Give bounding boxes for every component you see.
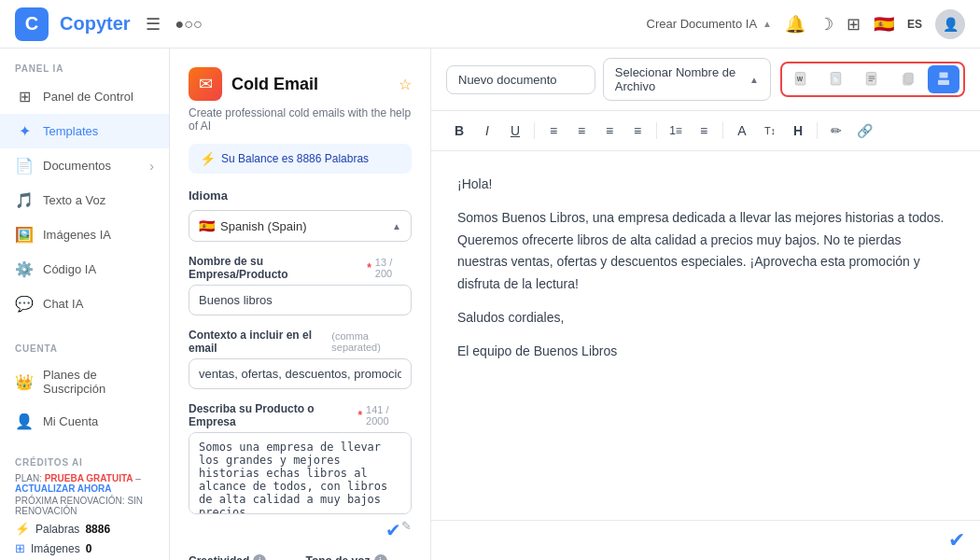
tono-label-text: Tono de voz [306,554,371,560]
palabras-label: Palabras [35,523,79,536]
describe-char-count: 141 / 2000 [366,404,412,427]
sidebar-item-texto-voz[interactable]: 🎵 Texto a Voz [0,183,169,217]
file-action-doc2-btn[interactable]: 📄 [821,65,853,93]
sidebar-label-documentos: Documentos [43,159,111,173]
sidebar: PANEL IA ⊞ Panel de Control ✦ Templates … [0,49,170,560]
toolbar-sep-4 [817,122,818,139]
user-avatar[interactable]: 👤 [935,9,965,39]
hamburger-icon[interactable]: ☰ [142,10,164,38]
nombre-input[interactable] [189,285,412,315]
editor-greeting: ¡Hola! [457,174,954,196]
cold-email-icon: ✉ [189,67,222,101]
toolbar-sep-3 [722,122,723,139]
topnav-right: Crear Documento IA ▲ 🔔 ☽ ⊞ 🇪🇸 ES 👤 [647,9,965,39]
italic-btn[interactable]: I [474,119,500,143]
right-toolbar: Selecionar Nombre de Archivo ▲ W 📄 [431,49,980,111]
credit-row-imagenes: ⊞ Imágenes 0 [15,541,154,555]
ordered-list-btn[interactable]: 1≡ [663,119,689,143]
creatividad-form-group: Creatividad i Media ▼ [189,554,295,560]
credits-section: CRÉDITOS AI PLAN: PRUEBA GRATUITA – ACTU… [0,446,169,559]
creatividad-label: Creatividad i [189,554,295,560]
moon-icon[interactable]: ☽ [819,14,833,35]
search-icon[interactable]: ●○○ [172,12,206,36]
font-color-btn[interactable]: A [729,119,755,143]
topnav-left: C Copyter ☰ ●○○ [15,7,206,41]
creatividad-tono-row: Creatividad i Media ▼ Tono de voz i Casu… [189,554,412,560]
contexto-hint: (comma separated) [331,330,412,353]
idioma-select[interactable]: 🇪🇸 Spanish (Spain) ▲ [189,210,412,242]
describe-form-group: Describa su Producto o Empresa * 141 / 2… [189,402,412,541]
topnav: C Copyter ☰ ●○○ Crear Documento IA ▲ 🔔 ☽… [0,0,980,49]
balance-lightning-icon: ⚡ [200,151,216,166]
draw-btn[interactable]: ✏ [823,119,849,143]
palabras-icon: ⚡ [15,522,30,536]
editor-toolbar: B I U ≡ ≡ ≡ ≡ 1≡ ≡ A T↕ H ✏ 🔗 [431,111,980,151]
favorite-star-icon[interactable]: ☆ [399,76,412,93]
unordered-list-btn[interactable]: ≡ [691,119,717,143]
logo-letter: C [25,13,38,35]
lang-label: ES [907,18,922,31]
heading-btn[interactable]: H [785,119,811,143]
link-btn[interactable]: 🔗 [851,119,877,143]
svg-rect-11 [940,73,948,78]
sidebar-item-panel-control[interactable]: ⊞ Panel de Control [0,79,169,114]
describe-label-text: Describa su Producto o Empresa [189,402,354,428]
creatividad-info-icon[interactable]: i [253,554,266,560]
sidebar-item-mi-cuenta[interactable]: 👤 Mi Cuenta [0,404,169,439]
palabras-value: 8886 [85,523,110,536]
nombre-char-count: 13 / 200 [375,257,412,279]
codigo-icon: ⚙️ [15,260,34,278]
sidebar-section-cuenta: CUENTA [0,329,169,359]
pdf-doc-icon: 📄 [829,71,846,88]
editor-firma: El equipo de Buenos Libros [457,341,954,363]
doc-name-input[interactable] [446,65,595,94]
bold-btn[interactable]: B [446,119,472,143]
editor-content-area[interactable]: ¡Hola! Somos Buenos Libros, una empresa … [431,151,980,520]
imagenes-label: Imágenes [31,542,80,555]
contexto-form-group: Contexto a incluir en el email (comma se… [189,329,412,389]
underline-btn[interactable]: U [502,119,528,143]
doc-select-label: Selecionar Nombre de Archivo [615,65,742,93]
crear-label: Crear Documento IA [647,17,758,31]
justify-btn[interactable]: ≡ [624,119,651,143]
sidebar-item-documentos[interactable]: 📄 Documentos › [0,148,169,183]
file-action-save-btn[interactable] [928,65,959,93]
texto-voz-icon: 🎵 [15,191,34,209]
plan-update-link[interactable]: ACTUALIZAR AHORA [15,483,112,494]
doc-filename-select[interactable]: Selecionar Nombre de Archivo ▲ [603,58,771,101]
sidebar-section-panel: PANEL IA [0,49,169,79]
textarea-edit-icon[interactable]: ✎ [401,519,412,541]
grid-icon[interactable]: ⊞ [847,14,861,35]
tono-info-icon[interactable]: i [374,554,387,560]
sidebar-item-codigo-ia[interactable]: ⚙️ Código IA [0,252,169,287]
file-action-doc3-btn[interactable] [857,65,889,93]
textarea-check-icon: ✔ [385,519,401,541]
font-size-btn[interactable]: T↕ [757,119,783,143]
align-center-btn[interactable]: ≡ [568,119,595,143]
topnav-action-icons: 🔔 ☽ ⊞ 🇪🇸 ES 👤 [785,9,965,39]
contexto-label: Contexto a incluir en el email (comma se… [189,329,412,355]
contexto-input[interactable] [189,358,412,389]
align-right-btn[interactable]: ≡ [596,119,623,143]
sidebar-item-templates[interactable]: ✦ Templates [0,114,169,148]
editor-body: Somos Buenos Libros, una empresa dedicad… [457,207,954,296]
sidebar-label-imagenes-ia: Imágenes IA [43,228,111,242]
sidebar-item-chat-ia[interactable]: 💬 Chat IA [0,287,169,321]
idioma-select-value: 🇪🇸 Spanish (Spain) [199,218,307,233]
file-actions-toolbar: W 📄 [780,62,965,97]
bell-icon[interactable]: 🔔 [785,14,805,35]
logo-box: C [15,7,49,41]
sidebar-item-imagenes-ia[interactable]: 🖼️ Imágenes IA [0,217,169,252]
file-action-word-btn[interactable]: W [786,65,818,93]
file-action-copy-btn[interactable] [892,65,924,93]
toolbar-sep-2 [656,122,657,139]
panel-control-icon: ⊞ [15,88,34,105]
word-doc-icon: W [793,71,810,88]
sidebar-label-planes: Planes de Suscripción [43,368,154,396]
sidebar-item-planes[interactable]: 👑 Planes de Suscripción [0,359,169,404]
imagenes-credit-icon: ⊞ [15,541,25,555]
svg-rect-9 [904,73,913,83]
crear-documento-btn[interactable]: Crear Documento IA ▲ [647,17,772,31]
align-left-btn[interactable]: ≡ [540,119,567,143]
describe-textarea[interactable]: Somos una empresa de llevar los grandes … [189,432,412,514]
